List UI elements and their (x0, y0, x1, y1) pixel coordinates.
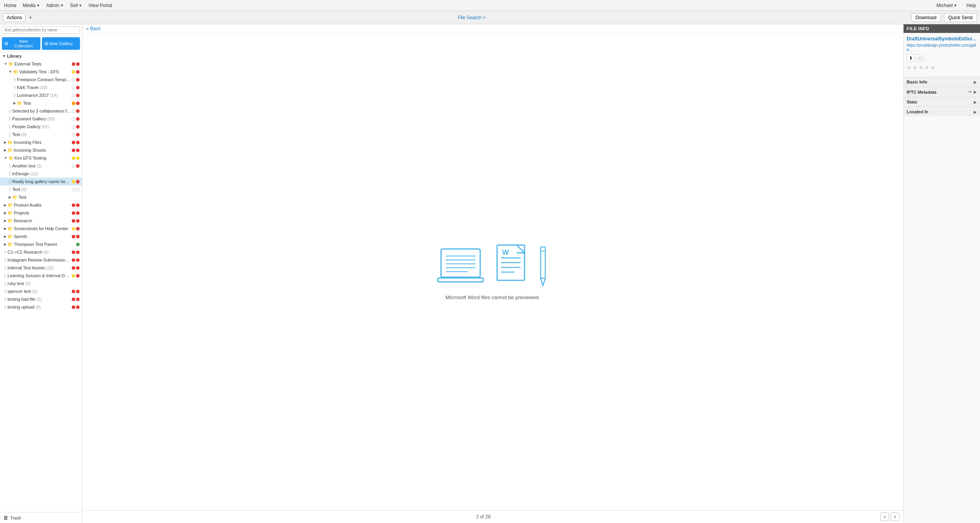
pencil-illustration (537, 243, 548, 288)
next-page-button[interactable]: › (891, 512, 899, 521)
tree-item[interactable]: ⣿ spencer test (1) (0, 287, 82, 295)
folder-icon: 📁 (7, 203, 13, 208)
tree-item-label: Test (18, 195, 80, 200)
tree-item-label: testing bad file (1) (7, 297, 71, 301)
tree-item[interactable]: ▼ 📁 Validately Test - EFS (0, 68, 82, 76)
tree-item[interactable]: ⣿ Password Gallery (53) (0, 115, 82, 123)
nav-view-portal[interactable]: View Portal (89, 3, 112, 8)
tree-item-label: C1->C2 Research (4) (7, 250, 71, 254)
tree-item[interactable]: ⣿ C1->C2 Research (4) (0, 248, 82, 256)
star-2[interactable]: ★ (913, 64, 918, 71)
tree-item[interactable]: ⣿ InDesign (12) (0, 170, 82, 178)
tree-item[interactable]: ⣿ People Gallery (61) (0, 123, 82, 131)
section-basic-info[interactable]: Basic Info ▶ (904, 77, 980, 87)
dot-red (72, 251, 75, 254)
star-3[interactable]: ★ (918, 64, 924, 71)
tree-item[interactable]: ⣿ Instagram Review Submission (1) (0, 256, 82, 264)
trash-label: Trash (10, 516, 21, 520)
drag-handle-icon: ⣿ (13, 93, 16, 97)
back-link[interactable]: « Back (86, 26, 101, 31)
actions-button[interactable]: Actions (3, 13, 25, 22)
dot-yellow (72, 70, 75, 74)
file-action-icon-2[interactable]: □ (916, 54, 924, 62)
dot-red (76, 117, 80, 121)
drag-handle-icon: ⣿ (9, 187, 11, 191)
tree-item[interactable]: ▶ 📁 Incoming Files (0, 138, 82, 146)
tree-item-label: ruby test (2) (7, 281, 80, 286)
sidebar-tree: ▼ Library ▼ 📁 External Tests ▼ 📁 Validat… (0, 52, 82, 512)
tree-item[interactable]: ⣿ K&K Travel (33) (0, 84, 82, 91)
edit-iptc-icon[interactable]: ✏ (969, 89, 972, 94)
dot-red (72, 141, 75, 144)
tree-item[interactable]: ⣿ Freelance Contract Templates (… (0, 76, 82, 84)
toolbar: Actions ▼ File Search > Download Quick S… (0, 11, 980, 24)
tree-item[interactable]: ⣿ ruby test (2) (0, 280, 82, 287)
tree-item[interactable]: ▶ 📁 Incoming Shoots (0, 146, 82, 154)
prev-page-button[interactable]: ‹ (880, 512, 889, 521)
tree-item-selected[interactable]: ⣿ Really long gallery name here it is … (0, 178, 82, 185)
nav-admin[interactable]: Admin▼ (46, 3, 64, 8)
star-1[interactable]: ★ (907, 64, 912, 71)
tree-item[interactable]: ▼ 📁 Kim EFS Testing (0, 154, 82, 162)
dot-red (76, 133, 80, 136)
drag-handle-icon: ⣿ (4, 274, 7, 278)
tree-item[interactable]: ⣿ Another test (1) (0, 162, 82, 170)
tree-item[interactable]: ▶ 📁 Thompson Test Parent (0, 240, 82, 248)
nav-media[interactable]: Media▼ (23, 3, 40, 8)
tree-item[interactable]: ▶ 📁 Sprints (0, 232, 82, 240)
dot-red (76, 94, 80, 97)
file-action-icon-1[interactable]: ⬇ (907, 54, 915, 62)
tree-item-label: Luminance 2017 (14) (17, 93, 71, 98)
star-4[interactable]: ★ (924, 64, 929, 71)
search-input[interactable] (2, 26, 80, 34)
section-stats[interactable]: Stats ▶ (904, 97, 980, 107)
tree-item[interactable]: ▶ 📁 Test (0, 193, 82, 201)
trash-item[interactable]: 🗑 Trash (0, 512, 82, 523)
file-info-title: DraftUniversalSymbolsExGui… (907, 36, 977, 42)
tree-item-label: K&K Travel (33) (17, 85, 71, 90)
tree-item[interactable]: ▶ 📁 Projects (0, 209, 82, 217)
tree-item[interactable]: ▶ 📁 Product Audits (0, 201, 82, 209)
folder-icon: 📁 (8, 62, 14, 67)
tree-item[interactable]: ⣿ Internal Test Assets (32) (0, 264, 82, 272)
user-menu[interactable]: Michael▼ (936, 3, 957, 8)
section-located-in[interactable]: Located In ▶ (904, 107, 980, 116)
tree-item[interactable]: ⣿ Test (0) (0, 185, 82, 193)
star-5[interactable]: ★ (930, 64, 935, 71)
tree-item-label: Selected by 3 collaborators for 201… (12, 109, 71, 113)
drag-handle-icon: ⣿ (4, 297, 7, 301)
new-collection-button[interactable]: ⊞ New Collection (2, 37, 40, 50)
nav-sell[interactable]: Sell▼ (70, 3, 82, 8)
quick-send-button[interactable]: Quick Send (944, 13, 977, 22)
tree-item[interactable]: ⣿ testing bad file (1) (0, 295, 82, 303)
new-gallery-button[interactable]: ⊞ New Gallery (42, 37, 80, 50)
tree-item-label: Research (14, 218, 71, 223)
nav-home[interactable]: Home (4, 3, 16, 8)
tree-item[interactable]: ▶ 📁 Screenshots for Help Center (0, 225, 82, 232)
section-label-basic-info: Basic Info (907, 80, 974, 84)
tree-item[interactable]: ⣿ Learning Session & Internal Demo Re… (0, 272, 82, 280)
svg-rect-6 (438, 278, 483, 282)
dot-red (76, 141, 80, 144)
folder-icon: 📁 (8, 156, 14, 161)
download-button[interactable]: Download (911, 13, 941, 22)
dot-red (76, 258, 80, 262)
dot-green (76, 243, 80, 246)
tree-item[interactable]: ⣿ Test (0) (0, 131, 82, 138)
nav-help[interactable]: Help (966, 3, 976, 8)
tree-item[interactable]: ▶ 📁 Test (0, 99, 82, 107)
folder-icon: 📁 (7, 211, 13, 216)
folder-icon: 📁 (13, 69, 18, 74)
tree-item[interactable]: ⣿ testing upload (0) (0, 303, 82, 311)
dot-red (76, 78, 80, 82)
tree-item[interactable]: ▶ 📁 Research (0, 217, 82, 225)
section-iptc-metadata[interactable]: IPTC Metadata ✏ ▶ (904, 87, 980, 97)
tree-item-label: Really long gallery name here it is … (12, 179, 71, 184)
tree-item[interactable]: ⣿ Luminance 2017 (14) (0, 91, 82, 99)
dot-red (76, 109, 80, 113)
tree-item[interactable]: ▼ 📁 External Tests (0, 60, 82, 68)
file-info-url[interactable]: https://proddesign.photoshelter.com/gall… (907, 43, 977, 52)
user-arrow-icon: ▼ (953, 4, 957, 7)
file-search-link[interactable]: File Search > (458, 15, 486, 20)
tree-item[interactable]: ⣿ Selected by 3 collaborators for 201… (0, 107, 82, 115)
